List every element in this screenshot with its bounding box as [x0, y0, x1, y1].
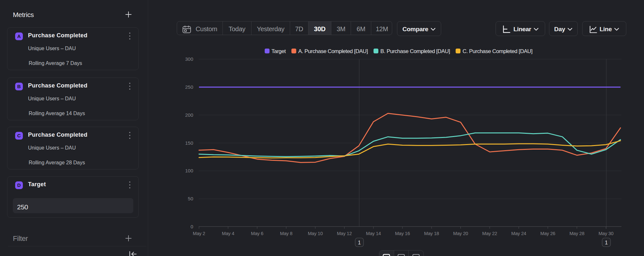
svg-text:May 12: May 12 — [337, 231, 352, 236]
svg-text:1: 1 — [605, 240, 608, 245]
svg-text:300: 300 — [185, 56, 193, 62]
svg-text:100: 100 — [185, 168, 193, 173]
svg-text:May 8: May 8 — [280, 231, 293, 236]
svg-text:50: 50 — [188, 196, 193, 201]
svg-text:May 14: May 14 — [366, 231, 381, 236]
svg-text:May 16: May 16 — [395, 231, 410, 236]
svg-text:May 22: May 22 — [482, 231, 497, 236]
svg-text:May 6: May 6 — [251, 231, 263, 236]
svg-text:May 10: May 10 — [308, 231, 323, 236]
svg-text:May 20: May 20 — [453, 231, 468, 236]
svg-text:May 4: May 4 — [222, 231, 234, 236]
svg-text:May 18: May 18 — [424, 231, 439, 236]
svg-text:150: 150 — [185, 140, 193, 146]
svg-text:0: 0 — [191, 224, 193, 229]
svg-text:250: 250 — [185, 84, 193, 90]
svg-text:May 2: May 2 — [193, 231, 205, 236]
svg-text:May 24: May 24 — [511, 231, 526, 236]
svg-text:May 28: May 28 — [569, 231, 584, 236]
svg-text:200: 200 — [185, 112, 193, 118]
svg-text:1: 1 — [358, 240, 361, 245]
svg-text:May 30: May 30 — [599, 231, 613, 236]
svg-text:May 26: May 26 — [540, 231, 555, 236]
